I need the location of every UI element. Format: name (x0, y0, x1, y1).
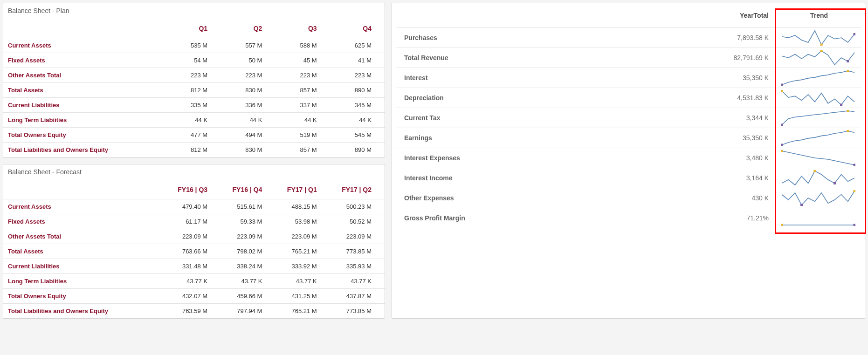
summary-row[interactable]: Total Revenue82,791.69 K (396, 48, 861, 68)
metric-label: Depreciation (396, 88, 619, 108)
metric-label: Gross Profit Margin (396, 208, 619, 228)
metric-value: 3,480 K (619, 148, 777, 168)
sparkline-icon (781, 70, 855, 86)
svg-rect-18 (781, 224, 783, 226)
sparkline-cell (777, 208, 861, 228)
column-header[interactable]: FY16 | Q3 (166, 182, 220, 199)
column-header[interactable]: Q1 (166, 21, 220, 38)
cell-value: 223 M (166, 68, 220, 83)
table-row[interactable]: Total Liabilities and Owners Equity812 M… (3, 143, 385, 157)
summary-row[interactable]: Gross Profit Margin71.21% (396, 208, 861, 228)
cell-value: 223 M (220, 68, 275, 83)
sparkline-icon (781, 50, 855, 66)
row-label: Fixed Assets (3, 214, 166, 229)
sparkline-icon (781, 170, 855, 186)
cell-value: 765.21 M (275, 304, 330, 319)
cell-value: 494 M (220, 128, 275, 143)
cell-value: 59.33 M (220, 214, 275, 229)
cell-value: 223.09 M (166, 229, 220, 244)
row-label: Other Assets Total (3, 229, 166, 244)
table-row[interactable]: Other Assets Total223 M223 M223 M223 M (3, 68, 385, 83)
cell-value: 223.09 M (275, 229, 330, 244)
table-row[interactable]: Total Assets763.66 M798.02 M765.21 M773.… (3, 244, 385, 259)
table-row[interactable]: Total Owners Equity477 M494 M519 M545 M (3, 128, 385, 143)
sparkline-icon (781, 130, 855, 146)
row-label: Other Assets Total (3, 68, 166, 83)
sparkline-cell (777, 88, 861, 108)
column-header[interactable]: Q2 (220, 21, 275, 38)
sparkline-cell (777, 188, 861, 208)
table-row[interactable]: Fixed Assets54 M50 M45 M41 M (3, 53, 385, 68)
row-label: Long Term Liabiities (3, 274, 166, 289)
row-label: Current Assets (3, 199, 166, 214)
summary-row[interactable]: Interest Expenses3,480 K (396, 148, 861, 168)
row-label: Fixed Assets (3, 53, 166, 68)
balance-sheet-plan-card: Balance Sheet - Plan Q1Q2Q3Q4 Current As… (3, 3, 385, 157)
metric-value: 7,893.58 K (619, 28, 777, 48)
table-row[interactable]: Current Assets535 M557 M588 M625 M (3, 38, 385, 53)
svg-rect-2 (820, 50, 823, 52)
table-row[interactable]: Fixed Assets61.17 M59.33 M53.98 M50.52 M (3, 214, 385, 229)
cell-value: 61.17 M (166, 214, 220, 229)
table-row[interactable]: Current Liabilities335 M336 M337 M345 M (3, 98, 385, 113)
forecast-table: FY16 | Q3FY16 | Q4FY17 | Q1FY17 | Q2 Cur… (3, 182, 385, 318)
cell-value: 459.66 M (220, 289, 275, 304)
sparkline-icon (781, 190, 855, 206)
cell-value: 43.77 K (166, 274, 220, 289)
cell-value: 223.09 M (330, 229, 385, 244)
cell-value: 43.77 K (220, 274, 275, 289)
summary-row[interactable]: Other Expenses430 K (396, 188, 861, 208)
table-row[interactable]: Long Term Liabiities44 K44 K44 K44 K (3, 113, 385, 128)
column-header[interactable]: FY17 | Q1 (275, 182, 330, 199)
table-row[interactable]: Total Liabilities and Owners Equity763.5… (3, 304, 385, 319)
summary-row[interactable]: Current Tax3,344 K (396, 108, 861, 128)
sparkline-cell (777, 128, 861, 148)
summary-row[interactable]: Earnings35,350 K (396, 128, 861, 148)
year-summary-card: YearTotal Trend Purchases7,893.58 K Tota… (392, 3, 865, 319)
row-label: Long Term Liabiities (3, 113, 166, 128)
row-label: Total Liabilities and Owners Equity (3, 304, 166, 319)
svg-rect-1 (854, 33, 856, 35)
svg-rect-4 (847, 70, 849, 72)
row-label: Total Liabilities and Owners Equity (3, 143, 166, 157)
sparkline-icon (781, 90, 855, 106)
cell-value: 479.40 M (166, 199, 220, 214)
summary-row[interactable]: Depreciation4,531.83 K (396, 88, 861, 108)
cell-value: 857 M (275, 83, 330, 98)
sparkline-cell (777, 68, 861, 88)
table-row[interactable]: Current Liabilities331.48 M338.24 M333.9… (3, 259, 385, 274)
column-header[interactable]: Q4 (330, 21, 385, 38)
sparkline-cell (777, 148, 861, 168)
column-header[interactable]: FY17 | Q2 (330, 182, 385, 199)
table-row[interactable]: Long Term Liabiities43.77 K43.77 K43.77 … (3, 274, 385, 289)
column-header[interactable]: Q3 (275, 21, 330, 38)
table-row[interactable]: Total Owners Equity432.07 M459.66 M431.2… (3, 289, 385, 304)
svg-rect-5 (781, 84, 783, 86)
row-label: Current Liabilities (3, 259, 166, 274)
card-title-plan: Balance Sheet - Plan (3, 3, 385, 21)
summary-row[interactable]: Interest Income3,164 K (396, 168, 861, 188)
metric-value: 82,791.69 K (619, 48, 777, 68)
table-row[interactable]: Current Assets479.40 M515.61 M488.15 M50… (3, 199, 385, 214)
summary-row[interactable]: Purchases7,893.58 K (396, 28, 861, 48)
cell-value: 335 M (166, 98, 220, 113)
summary-row[interactable]: Interest35,350 K (396, 68, 861, 88)
table-row[interactable]: Other Assets Total223.09 M223.09 M223.09… (3, 229, 385, 244)
cell-value: 45 M (275, 53, 330, 68)
table-row[interactable]: Total Assets812 M830 M857 M890 M (3, 83, 385, 98)
svg-rect-6 (781, 90, 783, 92)
metric-value: 4,531.83 K (619, 88, 777, 108)
cell-value: 336 M (220, 98, 275, 113)
cell-value: 890 M (330, 143, 385, 157)
cell-value: 830 M (220, 143, 275, 157)
year-total-header: YearTotal (619, 12, 777, 28)
cell-value: 763.59 M (166, 304, 220, 319)
cell-value: 625 M (330, 38, 385, 53)
metric-label: Other Expenses (396, 188, 619, 208)
column-header[interactable]: FY16 | Q4 (220, 182, 275, 199)
cell-value: 588 M (275, 38, 330, 53)
cell-value: 477 M (166, 128, 220, 143)
cell-value: 44 K (275, 113, 330, 128)
cell-value: 43.77 K (275, 274, 330, 289)
cell-value: 557 M (220, 38, 275, 53)
